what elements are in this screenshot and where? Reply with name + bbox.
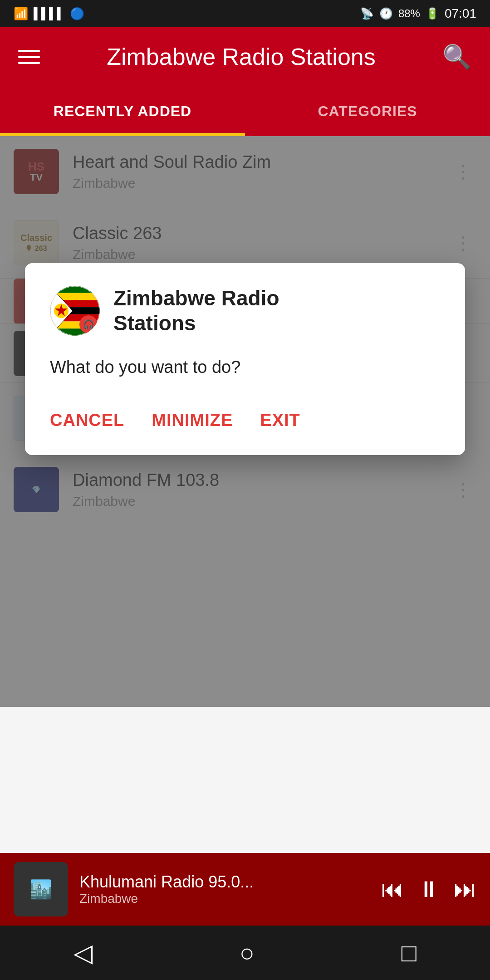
search-button[interactable]: 🔍 [442, 43, 472, 71]
exit-button[interactable]: EXIT [260, 404, 300, 437]
content-area: HS TV Heart and Soul Radio Zim Zimbabwe … [0, 136, 490, 707]
player-controls: ⏮ ⏸ ⏭ [381, 876, 476, 902]
recent-apps-button[interactable]: □ [402, 938, 416, 967]
nav-bar: ◁ ○ □ [0, 926, 490, 980]
clock-icon: 🕐 [379, 7, 393, 20]
bluetooth-icon: 🔵 [70, 7, 84, 21]
signal-icon: ▌▌▌▌ [34, 7, 64, 20]
tab-bar: RECENTLY ADDED CATEGORIES [0, 86, 490, 136]
wifi-icon: 📶 [14, 7, 28, 21]
battery-percent: 88% [398, 7, 420, 20]
cast-icon: 📡 [360, 7, 374, 20]
dialog-header: 🎧 Zimbabwe Radio Stations [50, 286, 440, 336]
bottom-player[interactable]: 🏙️ Khulumani Radio 95.0... Zimbabwe ⏮ ⏸ … [0, 853, 490, 926]
app-title: Zimbabwe Radio Stations [40, 43, 442, 70]
player-station-logo: 🏙️ [14, 862, 68, 916]
player-country: Zimbabwe [79, 892, 381, 906]
app-header: Zimbabwe Radio Stations 🔍 [0, 27, 490, 86]
home-button[interactable]: ○ [240, 938, 255, 967]
battery-icon: 🔋 [426, 7, 439, 20]
cancel-button[interactable]: CANCEL [50, 404, 124, 437]
back-button[interactable]: ◁ [74, 938, 93, 967]
pause-button[interactable]: ⏸ [417, 876, 440, 902]
status-right-icons: 📡 🕐 88% 🔋 07:01 [360, 6, 476, 21]
status-bar: 📶 ▌▌▌▌ 🔵 📡 🕐 88% 🔋 07:01 [0, 0, 490, 27]
tab-recently-added[interactable]: RECENTLY ADDED [0, 86, 245, 136]
app-icon: 🎧 [50, 286, 100, 336]
dialog-app-name: Zimbabwe Radio Stations [113, 286, 279, 336]
forward-button[interactable]: ⏭ [454, 876, 476, 902]
dialog-buttons: CANCEL MINIMIZE EXIT [50, 404, 440, 437]
svg-rect-7 [50, 328, 100, 336]
svg-text:🎧: 🎧 [83, 319, 94, 330]
minimize-button[interactable]: MINIMIZE [152, 404, 233, 437]
rewind-button[interactable]: ⏮ [381, 876, 404, 902]
player-station-name: Khulumani Radio 95.0... [79, 872, 381, 892]
dialog-message: What do you want to do? [50, 356, 440, 378]
menu-button[interactable] [18, 50, 40, 64]
tab-categories[interactable]: CATEGORIES [245, 86, 490, 136]
time-display: 07:01 [445, 6, 476, 21]
player-info: Khulumani Radio 95.0... Zimbabwe [79, 872, 381, 906]
status-left-icons: 📶 ▌▌▌▌ 🔵 [14, 7, 84, 21]
dialog: 🎧 Zimbabwe Radio Stations What do you wa… [25, 263, 465, 455]
svg-rect-1 [50, 286, 100, 293]
